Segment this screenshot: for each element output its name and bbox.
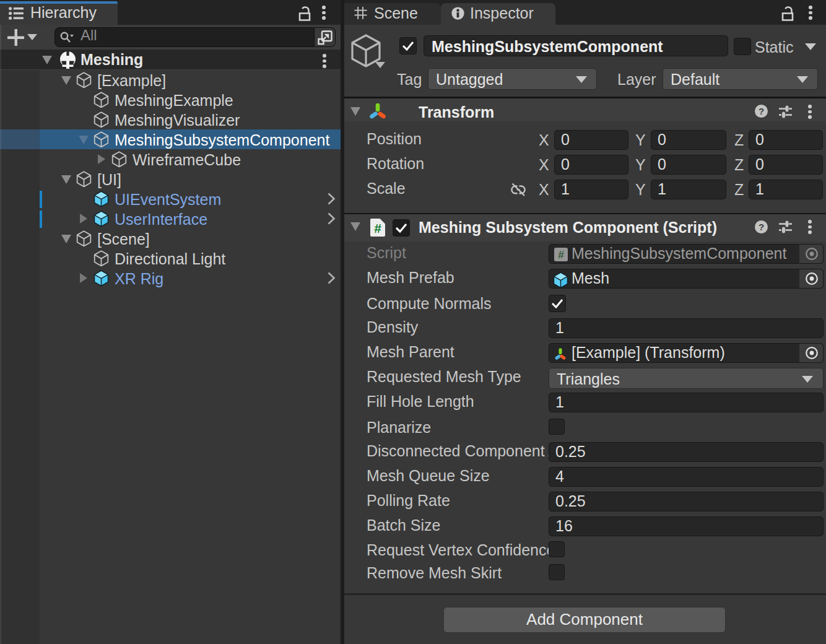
svg-text:#: # xyxy=(558,248,564,261)
svg-text:#: # xyxy=(374,221,381,235)
svg-text:?: ? xyxy=(759,222,764,232)
svg-text:?: ? xyxy=(759,106,764,116)
